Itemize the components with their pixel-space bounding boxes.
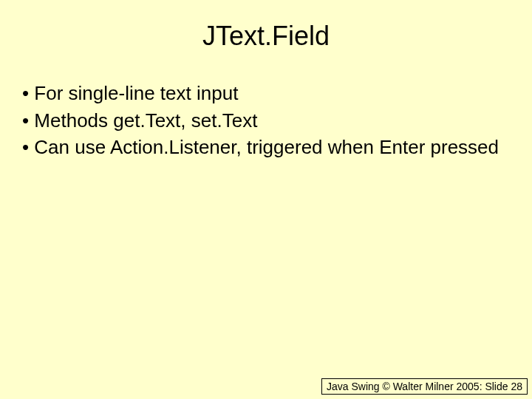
list-item: Can use Action.Listener, triggered when … [22, 135, 510, 160]
bullet-list: For single-line text input Methods get.T… [0, 81, 532, 160]
slide-footer: Java Swing © Walter Milner 2005: Slide 2… [321, 378, 528, 395]
list-item: For single-line text input [22, 81, 510, 106]
list-item: Methods get.Text, set.Text [22, 109, 510, 133]
slide-title: JText.Field [0, 0, 532, 81]
